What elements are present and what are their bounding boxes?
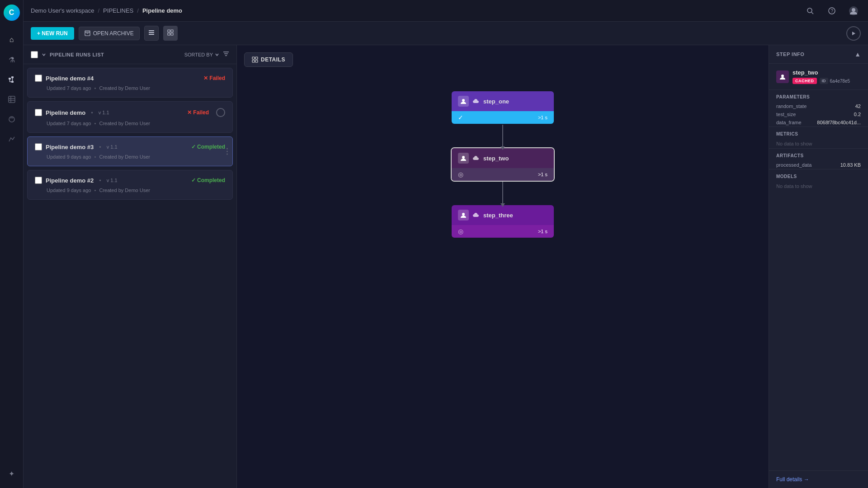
search-icon[interactable] (803, 4, 817, 18)
sidebar-item-experiments[interactable]: ⚗ (4, 52, 20, 68)
workspace-link[interactable]: Demo User's workspace (31, 7, 94, 14)
artifact-processed-data-value: 10.83 KB (840, 162, 861, 168)
user-avatar[interactable] (846, 4, 861, 18)
toolbar: + NEW RUN OPEN ARCHIVE (24, 22, 868, 45)
run-card-3[interactable]: Pipeline demo #3 • v 1.1 ✓ Completed Upd… (27, 136, 233, 166)
run-card-1[interactable]: Pipeline demo • v 1.1 ✕ Failed Updated 7… (27, 101, 233, 133)
list-view-button[interactable] (144, 26, 159, 41)
grid-view-button[interactable] (163, 26, 178, 41)
step-id-value: 6a4e78e5 (830, 79, 850, 84)
svg-rect-24 (171, 30, 173, 32)
svg-marker-27 (852, 32, 855, 35)
body-layout: PIPELINE RUNS LIST SORTED BY (24, 45, 868, 488)
run-1-creator: Created by Demo User (99, 121, 150, 126)
svg-point-33 (462, 156, 465, 159)
badge-cached: CACHED (793, 78, 817, 84)
step-node-three[interactable]: step_three ◎ >1 s (451, 204, 555, 239)
run-2-checkbox[interactable] (35, 177, 42, 184)
open-archive-button[interactable]: OPEN ARCHIVE (79, 27, 140, 40)
pipeline-runs-list: Pipeline demo #4 ✕ Failed Updated 7 days… (24, 64, 236, 488)
step-node-two[interactable]: step_two ◎ >1 s (451, 147, 555, 182)
run-card-4[interactable]: Pipeline demo #4 ✕ Failed Updated 7 days… (27, 68, 233, 98)
param-test-size-key: test_size (776, 112, 796, 117)
pipeline-canvas: DETAILS (237, 45, 769, 488)
param-data-frame-value: 8068f78bc40c41d... (817, 120, 861, 125)
sorted-by-button[interactable]: SORTED BY (184, 52, 219, 57)
run-3-title: Pipeline demo #3 (46, 144, 94, 150)
models-empty-label: No data to show (769, 182, 868, 191)
run-1-meta: Updated 7 days ago • Created by Demo Use… (46, 121, 225, 126)
step-node-one[interactable]: step_one ✓ >1 s (451, 90, 555, 125)
run-3-checkbox[interactable] (35, 143, 42, 150)
step-three-user-icon (458, 210, 469, 221)
step-three-header: step_three (452, 205, 554, 225)
pipeline-list: PIPELINE RUNS LIST SORTED BY (24, 45, 237, 488)
step-two-header: step_two (452, 148, 554, 168)
step-two-time: >1 s (538, 172, 547, 177)
metrics-empty-label: No data to show (769, 139, 868, 148)
pipelines-link[interactable]: PIPELINES (103, 7, 133, 14)
step-one-cloud-icon (472, 98, 480, 105)
sidebar-item-home[interactable]: ⌂ (4, 32, 20, 48)
param-test-size-value: 0.2 (854, 112, 861, 117)
sidebar-item-tables[interactable] (4, 91, 20, 108)
svg-rect-21 (149, 32, 154, 33)
new-run-button[interactable]: + NEW RUN (31, 27, 74, 40)
sidebar-item-pipelines[interactable] (4, 71, 20, 88)
breadcrumb: Demo User's workspace / PIPELINES / Pipe… (31, 7, 182, 14)
help-icon[interactable]: ? (825, 4, 839, 18)
pipeline-graph: step_one ✓ >1 s (237, 45, 769, 239)
list-header-title: PIPELINE RUNS LIST (50, 52, 181, 57)
step-one-name: step_one (483, 98, 509, 105)
run-1-checkbox[interactable] (35, 109, 42, 116)
run-3-updated: Updated 9 days ago (47, 154, 91, 160)
step-two-user-icon (458, 153, 469, 164)
metrics-section-title: METRICS (769, 127, 868, 139)
svg-rect-6 (9, 96, 15, 103)
run-1-title: Pipeline demo (46, 109, 85, 116)
run-1-updated: Updated 7 days ago (47, 121, 91, 126)
step-info-identity: step_two CACHED ID 6a4e78e5 (769, 64, 868, 90)
run-3-status: ✓ Completed (191, 144, 225, 150)
list-header-dropdown-icon[interactable] (42, 52, 46, 57)
main-content: Demo User's workspace / PIPELINES / Pipe… (24, 0, 868, 488)
panel-collapse-icon[interactable]: ▲ (854, 51, 861, 58)
run-2-version: v 1.1 (107, 178, 118, 183)
open-archive-label: OPEN ARCHIVE (93, 30, 134, 37)
filter-icon[interactable] (223, 51, 229, 58)
full-details-link[interactable]: Full details → (769, 470, 868, 488)
step-id-container: ID 6a4e78e5 (820, 78, 850, 84)
toolbar-right (846, 26, 861, 41)
svg-rect-23 (168, 30, 170, 32)
svg-text:?: ? (831, 9, 834, 14)
step-two-circle-icon: ◎ (458, 171, 463, 178)
step-info-panel: STEP INFO ▲ step_two CACHED (769, 45, 868, 488)
sidebar-item-compare[interactable] (4, 131, 20, 147)
param-row-random-state: random_state 42 (769, 102, 868, 110)
app-logo[interactable]: C (4, 5, 20, 21)
toolbar-left: + NEW RUN OPEN ARCHIVE (31, 26, 178, 41)
sorted-by-chevron-icon (215, 52, 219, 57)
current-page-title: Pipeline demo (142, 7, 182, 14)
svg-rect-25 (168, 33, 170, 35)
run-3-more-icon[interactable] (226, 148, 228, 155)
run-2-status: ✓ Completed (191, 177, 225, 183)
select-all-checkbox[interactable] (31, 51, 38, 58)
step-three-cloud-icon (472, 211, 480, 219)
panel-title: STEP INFO (776, 52, 804, 57)
svg-line-12 (811, 12, 813, 14)
run-3-version: v 1.1 (107, 144, 118, 150)
run-4-updated: Updated 7 days ago (47, 85, 91, 91)
run-card-2[interactable]: Pipeline demo #2 • v 1.1 ✓ Completed Upd… (27, 170, 233, 200)
run-2-updated: Updated 9 days ago (47, 188, 91, 193)
param-row-data-frame: data_frame 8068f78bc40c41d... (769, 118, 868, 127)
step-one-bar: ✓ >1 s (452, 111, 554, 124)
id-label: ID (820, 78, 828, 84)
run-4-checkbox[interactable] (35, 75, 42, 82)
step-one-check-icon: ✓ (458, 114, 463, 121)
play-button[interactable] (846, 26, 861, 41)
run-1-circle-icon (216, 108, 225, 117)
svg-point-34 (462, 213, 465, 216)
sidebar-item-bugs[interactable] (4, 111, 20, 127)
sidebar-item-settings[interactable]: ✦ (4, 465, 20, 482)
